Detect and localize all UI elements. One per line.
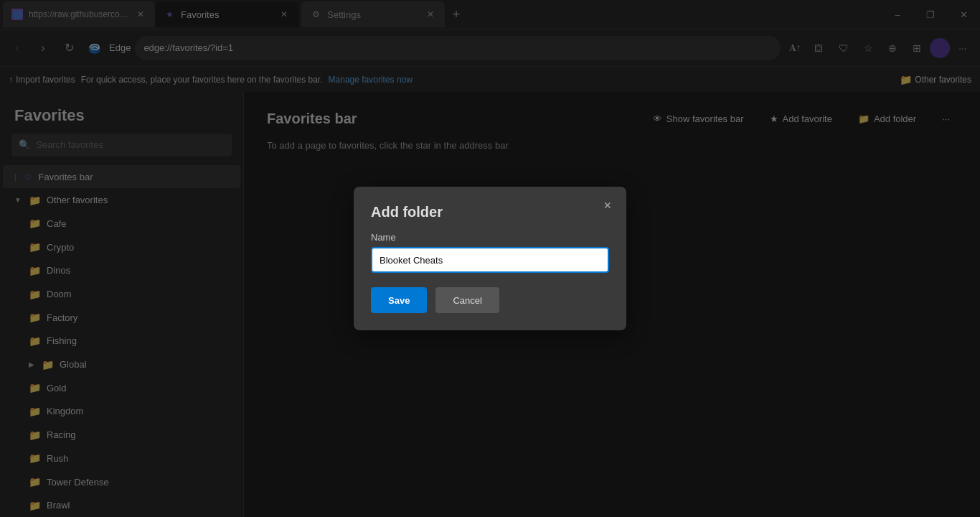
modal-name-label: Name [371,232,609,243]
modal-close-button[interactable]: ✕ [598,195,618,215]
modal-cancel-button[interactable]: Cancel [435,287,499,313]
add-folder-modal: ✕ Add folder Name Save Cancel [354,187,626,330]
modal-title: Add folder [371,204,609,220]
modal-buttons: Save Cancel [371,287,609,313]
modal-overlay: ✕ Add folder Name Save Cancel [0,0,980,517]
modal-save-button[interactable]: Save [371,287,427,313]
folder-name-input[interactable] [371,247,609,273]
